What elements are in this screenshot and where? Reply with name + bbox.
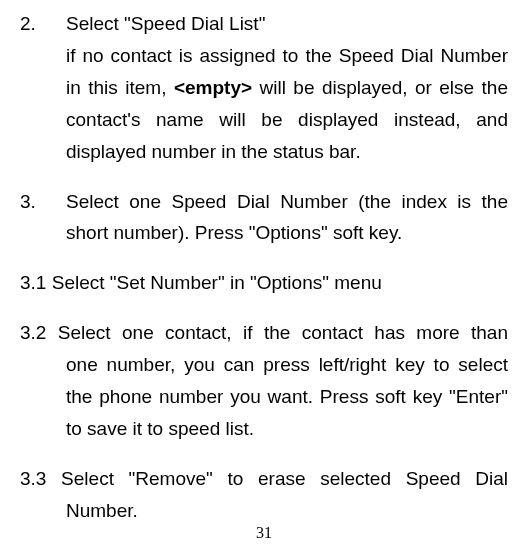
item-body: if no contact is assigned to the Speed D… [66,40,508,168]
item-body: short number). Press "Options" soft key. [66,217,508,249]
sub-first-line: Select one contact, if the contact has m… [58,322,508,343]
sub-label: 3.1 [20,272,46,293]
sub-first-line: Select "Remove" to erase selected Speed … [61,468,508,489]
sub-item-3-2: 3.2 Select one contact, if the contact h… [20,317,508,445]
sub-first-line: Select "Set Number" in "Options" menu [52,272,382,293]
item-first-line: Select one Speed Dial Number (the index … [66,191,508,212]
sub-body: one number, you can press left/right key… [66,349,508,445]
item-number: 2. [20,8,66,40]
list-item-3: 3.Select one Speed Dial Number (the inde… [20,186,508,250]
item-first-line: Select "Speed Dial List" [66,13,265,34]
sub-label: 3.3 [20,468,46,489]
sub-item-3-3: 3.3 Select "Remove" to erase selected Sp… [20,463,508,527]
list-item-2: 2.Select "Speed Dial List" if no contact… [20,8,508,168]
page-number: 31 [0,524,528,542]
sub-label: 3.2 [20,322,46,343]
sub-item-3-1: 3.1 Select "Set Number" in "Options" men… [20,267,508,299]
sub-body: Number. [66,495,508,527]
item-number: 3. [20,186,66,218]
